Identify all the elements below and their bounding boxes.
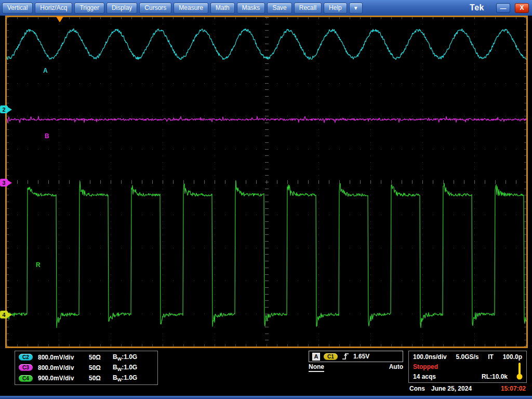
channel-2-termination: 50Ω [89,354,113,361]
channel-3-readout-row: C3 800.0mV/div 50Ω BW:1.0G [15,364,157,372]
resolution: 100.0p [503,353,522,361]
menu-more-dropdown-icon[interactable]: ▼ [349,3,363,14]
b-trigger-none[interactable]: None [309,363,324,372]
channel-3-readout-badge[interactable]: C3 [19,364,33,371]
sample-rate: 5.0GS/s [456,353,478,361]
trigger-mode-auto: Auto [389,363,403,372]
date-label: June 25, 2024 [431,385,472,392]
channel-3-scale: 800.0mV/div [38,364,89,371]
channel-2-arrow-icon [8,107,12,112]
close-button[interactable]: X [515,3,529,13]
channel-3-termination: 50Ω [89,364,113,371]
channel-3-bandwidth: BW:1.0G [113,364,137,372]
channel-2-ground-marker[interactable]: 2 [0,105,12,113]
trigger-readout-group: A C1 1.65V None Auto [309,351,403,372]
time-label: 15:07:02 [501,385,526,392]
menu-button-help[interactable]: Help [324,3,347,14]
channel-4-termination: 50Ω [89,375,113,382]
channel-4-readout-row: C4 900.0mV/div 50Ω BW:1.0G [15,374,157,382]
channel-2-badge: 2 [0,105,8,113]
channel-3-arrow-icon [8,180,12,185]
channel-4-scale: 900.0mV/div [38,375,89,382]
bottom-strip [0,396,532,399]
minimize-button[interactable]: — [496,3,510,13]
channel-2-readout-row: C2 800.0mV/div 50Ω BW:1.0G [15,353,157,362]
rising-edge-icon [341,352,350,361]
record-length: RL:10.0k [482,373,508,380]
menu-button-math[interactable]: Math [210,3,235,14]
timebase-scale: 100.0ns/div [413,353,447,361]
menu-button-cursors[interactable]: Cursors [139,3,171,14]
sampling-mode: IT [488,353,494,361]
waveform-display: 2 3 4 A B R [5,16,528,348]
horizontal-readout-box: 100.0ns/div 5.0GS/s IT 100.0p Stopped 14… [408,351,527,383]
menu-button-recall[interactable]: Recall [294,3,322,14]
channel-4-ground-marker[interactable]: 4 [0,311,12,318]
graticule-canvas [7,17,526,347]
menu-button-horiz-acq[interactable]: Horiz/Acq [35,3,72,14]
waveform-label-a: A [43,67,48,74]
acquisition-status: Stopped [413,363,438,370]
channel-3-ground-marker[interactable]: 3 [0,179,12,187]
menu-button-trigger[interactable]: Trigger [74,3,104,14]
trigger-position-marker[interactable] [56,17,63,22]
menu-button-measure[interactable]: Measure [174,3,208,14]
channel-4-badge: 4 [0,311,8,318]
channel-4-bandwidth: BW:1.0G [113,374,137,382]
oscilloscope-screen: { "menu": { "items": ["Vertical","Horiz/… [0,0,532,399]
channel-3-badge: 3 [0,179,8,187]
channel-settings-box: C2 800.0mV/div 50Ω BW:1.0G C3 800.0mV/di… [15,351,158,385]
trigger-channel-badge[interactable]: C1 [324,353,338,360]
readout-panel: C2 800.0mV/div 50Ω BW:1.0G C3 800.0mV/di… [0,348,532,396]
waveform-label-b: B [45,132,49,140]
menu-button-save[interactable]: Save [267,3,291,14]
acquisition-count-row: 14 acqs RL:10.0k [413,371,522,381]
trigger-source-a-box: A [312,353,320,361]
menu-button-masks[interactable]: Masks [237,3,265,14]
thermometer-icon [516,362,523,381]
acquisition-status-row: Stopped [413,362,522,371]
trigger-level: 1.65V [353,353,369,360]
channel-4-arrow-icon [8,312,12,317]
trigger-readout-box[interactable]: A C1 1.65V [309,351,403,362]
channel-2-bandwidth: BW:1.0G [113,353,137,362]
waveform-label-r: R [36,261,41,269]
menu-bar: Vertical Horiz/Acq Trigger Display Curso… [0,0,532,16]
model-label: Cons [409,385,425,392]
acquisition-count: 14 acqs [413,373,436,380]
channel-4-readout-badge[interactable]: C4 [19,375,33,382]
tek-logo: Tek [470,3,484,12]
trigger-mode-row: None Auto [309,363,403,372]
menu-button-vertical[interactable]: Vertical [2,3,33,14]
date-time-row: Cons June 25, 2024 15:07:02 [408,385,527,392]
timebase-row: 100.0ns/div 5.0GS/s IT 100.0p [413,352,522,362]
menu-button-display[interactable]: Display [107,3,137,14]
channel-2-readout-badge[interactable]: C2 [19,354,33,361]
channel-2-scale: 800.0mV/div [38,354,89,361]
